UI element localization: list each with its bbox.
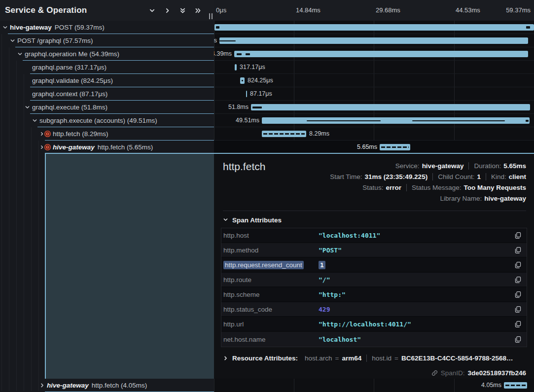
span-duration-bar[interactable] (240, 77, 245, 84)
copy-icon (514, 306, 522, 313)
panel-resize-handle[interactable] (209, 13, 213, 19)
span-duration-bar[interactable] (380, 144, 410, 150)
duration-label: 5.65ms (357, 141, 377, 154)
span-bar-row[interactable] (214, 21, 534, 34)
span-tree-row[interactable]: graphql.operation Me (54.39ms) (0, 47, 214, 61)
expand-toggle[interactable] (39, 131, 44, 137)
attribute-value: "POST" (319, 247, 513, 254)
span-duration-bar[interactable] (251, 104, 530, 110)
span-duration-bar[interactable] (235, 64, 237, 71)
span-duration-bar[interactable] (214, 24, 534, 31)
attribute-row: http.scheme "http:" (221, 287, 527, 302)
attribute-key: http.route (223, 276, 319, 284)
expand-toggle[interactable] (10, 38, 17, 43)
span-bar-row[interactable]: 8.29ms (214, 127, 534, 141)
span-bar-row[interactable]: 57.57ms (214, 34, 534, 47)
chevron-right-icon (39, 131, 44, 137)
error-icon: ! (44, 144, 51, 150)
chevron-right-icon (164, 7, 171, 14)
attribute-value: "http:" (319, 291, 513, 298)
chevron-down-icon (10, 38, 15, 43)
copy-button[interactable] (513, 276, 522, 284)
span-tree-row[interactable]: POST /graphql (57.57ms) (0, 34, 214, 47)
span-duration-bar[interactable] (504, 382, 527, 389)
span-tree-row[interactable]: hive-gatewayhttp.fetch (4.05ms) (0, 379, 214, 392)
header-ddown-button[interactable] (179, 7, 186, 14)
span-tree-row[interactable]: hive-gatewayPOST (59.37ms) (0, 21, 214, 34)
chevron-right-icon (39, 383, 45, 388)
attribute-row: http.host "localhost:4011" (221, 228, 527, 243)
span-tree-row[interactable]: subgraph.execute (accounts) (49.51ms) (0, 114, 214, 127)
header-down-button[interactable] (149, 7, 155, 14)
span-title: http.fetch (223, 161, 265, 173)
resource-attributes-label: Resource Attributes: (232, 355, 298, 362)
indent-guide (38, 141, 39, 391)
expand-toggle[interactable] (32, 118, 39, 123)
span-bar-row[interactable]: 317.17μs (214, 61, 534, 74)
indent-guide (31, 127, 32, 391)
copy-icon (514, 232, 522, 239)
attribute-key: net.host.name (223, 336, 319, 343)
span-duration-bar[interactable] (219, 37, 528, 44)
attribute-key: http.method (223, 247, 319, 254)
span-duration-bar[interactable] (234, 51, 528, 57)
attribute-row: http.method "POST" (221, 243, 527, 258)
bottom-span-bar-row[interactable]: 4.05ms (214, 379, 534, 392)
span-duration-bar[interactable] (262, 117, 530, 124)
copy-button[interactable] (513, 306, 522, 313)
ruler-tick: 59.37ms (506, 0, 531, 21)
span-bar-row[interactable]: 54.39ms (214, 47, 534, 61)
copy-button[interactable] (513, 247, 522, 254)
duration-label: 51.8ms (228, 101, 249, 114)
span-bar-row[interactable]: 49.51ms (214, 114, 534, 127)
span-name: graphql.context (87.17μs) (32, 90, 107, 98)
link-icon (431, 370, 438, 376)
span-bar-row[interactable]: 824.25μs (214, 74, 534, 87)
span-tree-row[interactable]: !hive-gatewayhttp.fetch (5.65ms) (0, 141, 214, 154)
chevron-down-icon (2, 25, 8, 30)
span-attributes-header[interactable]: Span Attributes (223, 216, 282, 224)
selected-span-highlight (45, 153, 214, 379)
attribute-row: http.url "http://localhost:4011/" (221, 317, 527, 332)
span-service: hive-gateway (53, 143, 95, 151)
copy-button[interactable] (513, 336, 522, 343)
span-duration-bar[interactable] (262, 131, 306, 137)
ruler-tick: 14.84ms (296, 0, 320, 21)
meta-label: Duration: (474, 162, 501, 170)
expand-toggle[interactable] (39, 144, 44, 150)
span-tree-row[interactable]: graphql.validate (824.25μs) (0, 74, 214, 87)
span-bar-row[interactable]: 51.8ms (214, 101, 534, 114)
header-right-button[interactable] (164, 7, 171, 14)
meta-label: Child Count: (438, 173, 474, 180)
copy-button[interactable] (513, 261, 522, 269)
trace-viewer: hive-gatewayPOST (59.37ms) POST /graphql… (0, 0, 534, 392)
span-duration-bar[interactable] (246, 91, 247, 97)
copy-button[interactable] (513, 291, 522, 298)
copy-button[interactable] (513, 321, 522, 328)
divider (223, 211, 526, 211)
copy-button[interactable] (513, 232, 522, 239)
copy-icon (514, 276, 522, 284)
span-bar-row[interactable]: 5.65ms (214, 141, 534, 154)
expand-toggle[interactable] (25, 105, 32, 110)
resource-attributes-row[interactable]: Resource Attributes:host.arch=arm64host.… (223, 352, 526, 364)
span-tree-row[interactable]: graphql.parse (317.17μs) (0, 61, 214, 74)
span-name: graphql.validate (824.25μs) (32, 77, 113, 84)
span-bar-row[interactable]: 87.17μs (214, 87, 534, 101)
expand-toggle[interactable] (39, 383, 47, 388)
span-tree-row[interactable]: !http.fetch (8.29ms) (0, 127, 214, 141)
meta-label: Status Message: (412, 184, 462, 191)
span-service: hive-gateway (47, 382, 89, 389)
span-tree-row[interactable]: graphql.context (87.17μs) (0, 87, 214, 101)
span-tree-row[interactable]: graphql.execute (51.8ms) (0, 101, 214, 114)
span-name: http.fetch (5.65ms) (98, 143, 153, 151)
expand-toggle[interactable] (2, 25, 10, 30)
attribute-row: http.status_code 429 (221, 302, 527, 317)
meta-label: Kind: (491, 173, 506, 180)
duration-label: 8.29ms (309, 127, 329, 141)
attribute-value: "localhost" (319, 336, 513, 343)
expand-toggle[interactable] (17, 51, 25, 57)
attribute-key: http.host (223, 232, 319, 239)
header-dright-button[interactable] (195, 7, 201, 14)
resource-key: host.arch (305, 355, 332, 362)
